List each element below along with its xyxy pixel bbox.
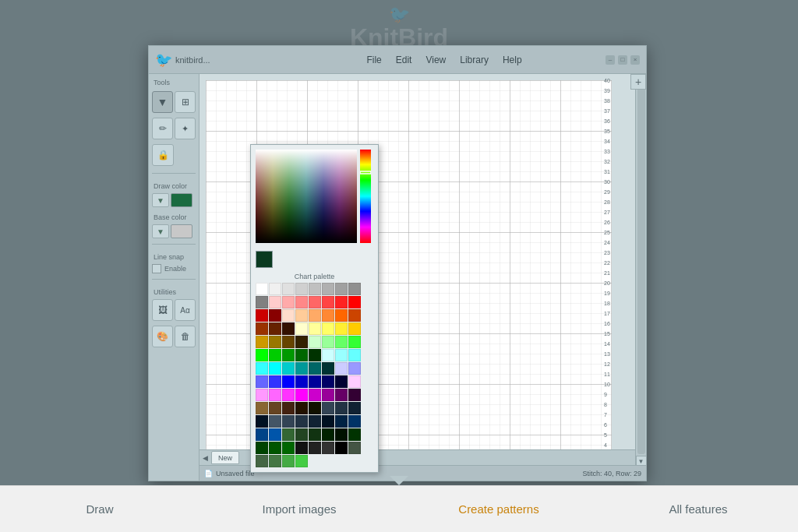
palette-color-13[interactable] bbox=[322, 296, 334, 308]
text-util-button[interactable]: Aα bbox=[175, 299, 196, 321]
palette-color-33[interactable] bbox=[269, 336, 281, 348]
palette-color-49[interactable] bbox=[269, 362, 281, 375]
palette-color-93[interactable] bbox=[322, 428, 334, 441]
palette-color-28[interactable] bbox=[309, 322, 321, 335]
palette-color-44[interactable] bbox=[309, 349, 321, 361]
eraser-tool-button[interactable]: ✦ bbox=[175, 118, 196, 139]
palette-color-57[interactable] bbox=[269, 375, 281, 388]
tab-prev-button[interactable]: ◀ bbox=[203, 454, 208, 462]
selected-color-swatch[interactable] bbox=[256, 251, 273, 268]
palette-color-97[interactable] bbox=[269, 442, 281, 454]
menu-file[interactable]: File bbox=[366, 55, 381, 65]
palette-color-21[interactable] bbox=[322, 309, 334, 322]
palette-color-15[interactable] bbox=[348, 296, 361, 308]
palette-color-8[interactable] bbox=[256, 296, 268, 308]
close-button[interactable]: × bbox=[630, 55, 640, 65]
palette-color-14[interactable] bbox=[335, 296, 348, 308]
palette-color-1[interactable] bbox=[269, 283, 281, 295]
palette-color-92[interactable] bbox=[309, 428, 321, 441]
palette-color-73[interactable] bbox=[269, 402, 281, 414]
palette-color-105[interactable] bbox=[269, 455, 281, 467]
base-color-swatch[interactable] bbox=[171, 224, 192, 238]
palette-color-99[interactable] bbox=[295, 442, 308, 454]
palette-color-40[interactable] bbox=[256, 349, 268, 361]
palette-color-78[interactable] bbox=[335, 402, 348, 414]
palette-color-35[interactable] bbox=[295, 336, 308, 348]
palette-color-22[interactable] bbox=[335, 309, 348, 322]
palette-color-90[interactable] bbox=[282, 428, 295, 441]
palette-color-27[interactable] bbox=[295, 322, 308, 335]
scroll-track[interactable] bbox=[637, 86, 645, 454]
nav-import[interactable]: Import images bbox=[200, 485, 399, 532]
palette-color-45[interactable] bbox=[322, 349, 334, 361]
palette-color-11[interactable] bbox=[295, 296, 308, 308]
palette-color-86[interactable] bbox=[335, 415, 348, 428]
menu-edit[interactable]: Edit bbox=[396, 55, 412, 65]
palette-color-42[interactable] bbox=[282, 349, 295, 361]
palette-color-81[interactable] bbox=[269, 415, 281, 428]
palette-color-47[interactable] bbox=[348, 349, 361, 361]
palette-color-39[interactable] bbox=[348, 336, 361, 348]
palette-color-75[interactable] bbox=[295, 402, 308, 414]
palette-color-58[interactable] bbox=[282, 375, 295, 388]
palette-color-72[interactable] bbox=[256, 402, 268, 414]
palette-color-3[interactable] bbox=[295, 283, 308, 295]
draw-color-swatch[interactable] bbox=[171, 193, 192, 207]
nav-features[interactable]: All features bbox=[598, 485, 798, 532]
hue-bar[interactable] bbox=[360, 150, 371, 243]
palette-color-66[interactable] bbox=[282, 389, 295, 401]
tab-new[interactable]: New bbox=[211, 451, 239, 464]
palette-color-70[interactable] bbox=[335, 389, 348, 401]
palette-color-104[interactable] bbox=[256, 455, 268, 467]
palette-color-88[interactable] bbox=[256, 428, 268, 441]
palette-color-100[interactable] bbox=[309, 442, 321, 454]
palette-color-4[interactable] bbox=[309, 283, 321, 295]
palette-color-6[interactable] bbox=[335, 283, 348, 295]
palette-color-43[interactable] bbox=[295, 349, 308, 361]
palette-color-38[interactable] bbox=[335, 336, 348, 348]
palette-util-button[interactable]: 🎨 bbox=[152, 326, 173, 347]
select-tool-button[interactable]: ▼ bbox=[152, 91, 173, 113]
palette-color-36[interactable] bbox=[309, 336, 321, 348]
palette-color-89[interactable] bbox=[269, 428, 281, 441]
palette-color-79[interactable] bbox=[348, 402, 361, 414]
menu-library[interactable]: Library bbox=[460, 55, 489, 65]
palette-color-50[interactable] bbox=[282, 362, 295, 375]
palette-color-34[interactable] bbox=[282, 336, 295, 348]
palette-color-85[interactable] bbox=[322, 415, 334, 428]
palette-color-56[interactable] bbox=[256, 375, 268, 388]
palette-color-26[interactable] bbox=[282, 322, 295, 335]
palette-color-23[interactable] bbox=[348, 309, 361, 322]
palette-color-107[interactable] bbox=[295, 455, 308, 467]
grid-tool-button[interactable]: ⊞ bbox=[175, 91, 196, 113]
palette-color-48[interactable] bbox=[256, 362, 268, 375]
palette-color-62[interactable] bbox=[335, 375, 348, 388]
palette-color-84[interactable] bbox=[309, 415, 321, 428]
palette-color-96[interactable] bbox=[256, 442, 268, 454]
palette-color-94[interactable] bbox=[335, 428, 348, 441]
palette-color-53[interactable] bbox=[322, 362, 334, 375]
color-gradient-area[interactable] bbox=[256, 150, 357, 246]
image-util-button[interactable]: 🖼 bbox=[152, 299, 173, 321]
palette-color-103[interactable] bbox=[348, 442, 361, 454]
pencil-tool-button[interactable]: ✏ bbox=[152, 118, 173, 139]
palette-color-69[interactable] bbox=[322, 389, 334, 401]
palette-color-24[interactable] bbox=[256, 322, 268, 335]
palette-color-71[interactable] bbox=[348, 389, 361, 401]
lock-tool-button[interactable]: 🔒 bbox=[152, 144, 174, 166]
scrollbar-right[interactable]: ▲ ▼ 🗑 bbox=[635, 74, 646, 481]
palette-color-102[interactable] bbox=[335, 442, 348, 454]
palette-color-80[interactable] bbox=[256, 415, 268, 428]
palette-color-37[interactable] bbox=[322, 336, 334, 348]
palette-color-95[interactable] bbox=[348, 428, 361, 441]
palette-color-101[interactable] bbox=[322, 442, 334, 454]
palette-color-76[interactable] bbox=[309, 402, 321, 414]
palette-color-19[interactable] bbox=[295, 309, 308, 322]
palette-color-0[interactable] bbox=[256, 283, 268, 295]
palette-color-7[interactable] bbox=[348, 283, 361, 295]
palette-color-77[interactable] bbox=[322, 402, 334, 414]
palette-color-52[interactable] bbox=[309, 362, 321, 375]
plus-button[interactable]: + bbox=[630, 74, 646, 90]
palette-color-82[interactable] bbox=[282, 415, 295, 428]
palette-color-98[interactable] bbox=[282, 442, 295, 454]
